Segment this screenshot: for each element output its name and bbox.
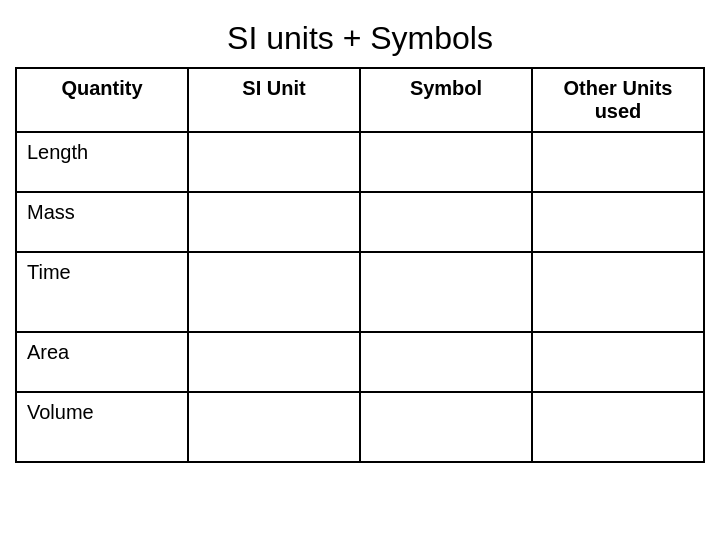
header-symbol: Symbol: [360, 68, 532, 132]
cell-si-unit-mass: [188, 192, 360, 252]
cell-si-unit-length: [188, 132, 360, 192]
cell-other-time: [532, 252, 704, 332]
cell-si-unit-area: [188, 332, 360, 392]
cell-other-mass: [532, 192, 704, 252]
cell-symbol-volume: [360, 392, 532, 462]
table-row: Volume: [16, 392, 704, 462]
si-units-table: Quantity SI Unit Symbol Other Units used…: [15, 67, 705, 463]
cell-quantity-area: Area: [16, 332, 188, 392]
table-row: Area: [16, 332, 704, 392]
table-row: Time: [16, 252, 704, 332]
cell-quantity-volume: Volume: [16, 392, 188, 462]
cell-symbol-time: [360, 252, 532, 332]
header-si-unit: SI Unit: [188, 68, 360, 132]
cell-other-volume: [532, 392, 704, 462]
cell-symbol-mass: [360, 192, 532, 252]
cell-symbol-length: [360, 132, 532, 192]
table-row: Length: [16, 132, 704, 192]
page-title: SI units + Symbols: [227, 20, 493, 57]
cell-symbol-area: [360, 332, 532, 392]
cell-si-unit-time: [188, 252, 360, 332]
cell-other-length: [532, 132, 704, 192]
table-wrapper: Quantity SI Unit Symbol Other Units used…: [15, 67, 705, 463]
cell-quantity-mass: Mass: [16, 192, 188, 252]
cell-si-unit-volume: [188, 392, 360, 462]
cell-other-area: [532, 332, 704, 392]
cell-quantity-time: Time: [16, 252, 188, 332]
header-other-units: Other Units used: [532, 68, 704, 132]
cell-quantity-length: Length: [16, 132, 188, 192]
table-row: Mass: [16, 192, 704, 252]
header-row: Quantity SI Unit Symbol Other Units used: [16, 68, 704, 132]
header-quantity: Quantity: [16, 68, 188, 132]
